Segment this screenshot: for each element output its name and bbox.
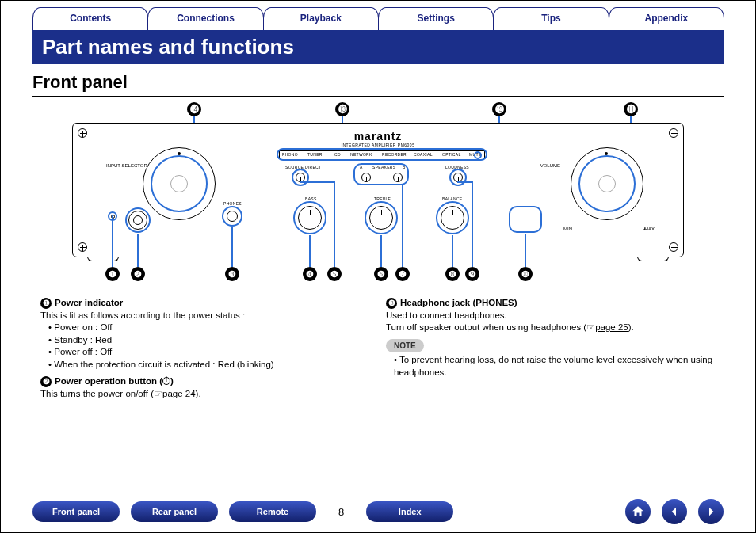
front-panel-diagram: ⓮ ⓭ ⓬ ⓫ marantz INTEGRATED AMPLIFIER PM6… (72, 102, 684, 287)
highlight-12 (474, 151, 482, 159)
arrow-right-icon (704, 505, 717, 518)
foot-icon (637, 257, 669, 261)
tab-playback[interactable]: Playback (263, 7, 379, 30)
callout-6: ❻ (374, 267, 388, 281)
desc1-b2: Standby : Red (48, 334, 370, 347)
callout-10: ❿ (518, 267, 533, 281)
desc3-l2: Turn off speaker output when using headp… (386, 322, 716, 334)
highlight-6 (365, 201, 398, 234)
desc1-line: This is lit as follows according to the … (40, 310, 370, 322)
page-ref-icon: ☞ (154, 389, 162, 398)
nav-remote[interactable]: Remote (229, 501, 316, 522)
arrow-left-icon (668, 505, 681, 518)
callout-9: ❾ (465, 267, 479, 281)
screw-icon (78, 242, 87, 252)
callout-8: ❽ (445, 267, 460, 281)
desc3-num: ❸ (386, 298, 397, 309)
desc3-text-b: ). (628, 322, 634, 332)
highlight-13 (277, 148, 487, 161)
desc3-l1: Used to connect headphones. (386, 310, 716, 322)
desc2-text-b: ). (196, 389, 201, 398)
nav-front-panel[interactable]: Front panel (32, 501, 120, 522)
label-min: MIN (563, 227, 572, 231)
desc1-title: ❶Power indicator (40, 297, 370, 310)
tab-contents[interactable]: Contents (32, 7, 148, 30)
desc1-heading: Power indicator (55, 298, 123, 307)
desc2-title: ❷Power operation button () (40, 375, 370, 388)
prev-button[interactable] (662, 499, 687, 524)
tab-appendix[interactable]: Appendix (609, 7, 724, 30)
highlight-8 (436, 201, 469, 234)
callout-1: ❶ (105, 267, 120, 281)
power-icon (162, 377, 170, 385)
desc2-text-a: This turns the power on/off ( (40, 389, 154, 398)
brand-subtitle: INTEGRATED AMPLIFIER PM6005 (342, 143, 415, 147)
link-page-25[interactable]: page 25 (595, 322, 628, 332)
desc2-num: ❷ (40, 376, 52, 387)
highlight-9 (449, 169, 467, 186)
highlight-5 (292, 169, 309, 186)
page-number: 8 (338, 506, 344, 518)
screw-icon (669, 242, 678, 252)
tab-tips[interactable]: Tips (493, 7, 609, 30)
desc3-title: ❸Headphone jack (PHONES) (386, 297, 716, 310)
callout-7: ❼ (395, 267, 410, 281)
callout-3: ❸ (225, 267, 239, 281)
desc2-heading-a: Power operation button ( (55, 376, 162, 386)
desc2-line: This turns the power on/off (☞page 24). (40, 388, 370, 401)
section-heading: Front panel (32, 72, 724, 97)
bottom-nav: Front panel Rear panel Remote 8 Index (1, 499, 755, 524)
page-title: Part names and functions (32, 30, 724, 64)
note-text: To prevent hearing loss, do not raise th… (394, 354, 716, 379)
page-ref-icon: ☞ (586, 322, 595, 332)
highlight-4 (293, 201, 326, 234)
callout-5: ❺ (327, 267, 342, 281)
callout-13: ⓭ (335, 102, 349, 116)
nav-index[interactable]: Index (366, 501, 453, 522)
nav-rear-panel[interactable]: Rear panel (131, 501, 218, 522)
desc1-b1: Power on : Off (48, 322, 370, 334)
screw-icon (78, 128, 87, 138)
highlight-7 (353, 163, 409, 185)
desc1-b3: Power off : Off (48, 346, 370, 359)
next-button[interactable] (698, 499, 724, 524)
brand-logo: marantz (354, 130, 403, 143)
top-tabs: Contents Connections Playback Settings T… (1, 1, 755, 30)
label-dash: – (583, 226, 586, 233)
desc2-heading-b: ) (170, 376, 174, 386)
highlight-11 (578, 155, 636, 212)
home-icon (631, 504, 645, 519)
tab-settings[interactable]: Settings (378, 7, 494, 30)
tab-connections[interactable]: Connections (147, 7, 263, 30)
desc3-heading: Headphone jack (PHONES) (400, 298, 517, 307)
callout-2: ❷ (131, 267, 145, 281)
desc1-num: ❶ (40, 298, 52, 309)
desc3-text-a: Turn off speaker output when using headp… (386, 322, 586, 332)
amplifier-panel: marantz INTEGRATED AMPLIFIER PM6005 INPU… (72, 123, 684, 257)
label-volume: VOLUME (540, 163, 560, 168)
note-badge: NOTE (386, 339, 424, 353)
highlight-10 (509, 206, 542, 233)
foot-icon (87, 257, 119, 261)
desc1-b4: When the protection circuit is activated… (48, 359, 370, 371)
callout-12: ⓬ (492, 102, 506, 116)
label-plus: + (643, 226, 647, 233)
callout-11: ⓫ (624, 102, 638, 116)
descriptions: ❶Power indicator This is lit as follows … (40, 292, 716, 400)
label-input-selector: INPUT SELECTOR (106, 163, 147, 168)
highlight-14 (151, 155, 208, 212)
link-page-24[interactable]: page 24 (162, 389, 196, 398)
home-button[interactable] (625, 499, 651, 524)
callout-14: ⓮ (187, 102, 201, 116)
highlight-3 (222, 206, 242, 227)
highlight-2 (125, 207, 151, 233)
screw-icon (669, 128, 678, 138)
callout-4: ❹ (303, 267, 317, 281)
